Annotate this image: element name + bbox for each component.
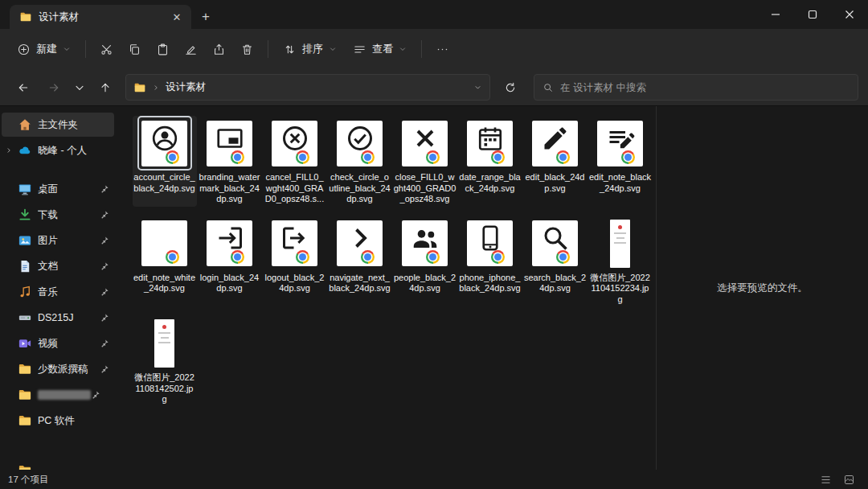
paste-button[interactable] bbox=[149, 35, 176, 63]
share-button[interactable] bbox=[206, 35, 232, 63]
file-list-area: account_circle_black_24dp.svgbranding_wa… bbox=[121, 106, 656, 470]
sidebar-item-label: PC 软件 bbox=[38, 414, 111, 428]
ellipsis-icon bbox=[436, 43, 449, 56]
file-name: 微信图片_20221104152234.jpg bbox=[589, 273, 652, 306]
forward-button[interactable] bbox=[40, 75, 68, 101]
file-item[interactable]: branding_watermark_black_24dp.svg bbox=[198, 116, 262, 207]
file-item[interactable]: close_FILL0_wght400_GRAD0_opsz48.svg bbox=[393, 116, 457, 207]
large-icons-view-icon[interactable] bbox=[843, 474, 855, 486]
navigation-pane: 主文件夹晓峰 - 个人桌面下载图片文档音乐DS215J视频少数派撰稿PC 软件 bbox=[0, 106, 121, 470]
file-name: 微信图片_20221108142502.jpg bbox=[133, 372, 196, 405]
sidebar-item[interactable]: 图片 bbox=[2, 228, 114, 253]
trash-icon bbox=[240, 43, 254, 56]
back-button[interactable] bbox=[10, 75, 37, 101]
cut-button[interactable] bbox=[93, 35, 120, 63]
sidebar-item[interactable]: 主文件夹 bbox=[2, 113, 114, 137]
file-name: edit_note_white_24dp.svg bbox=[133, 273, 196, 294]
maximize-button[interactable] bbox=[794, 0, 831, 29]
file-item[interactable]: account_circle_black_24dp.svg bbox=[133, 116, 197, 207]
file-item[interactable]: 微信图片_20221104152234.jpg bbox=[588, 216, 653, 307]
file-thumbnail bbox=[139, 218, 190, 269]
up-button[interactable] bbox=[92, 75, 119, 101]
new-tab-button[interactable]: + bbox=[194, 6, 217, 28]
file-thumbnail bbox=[139, 117, 190, 169]
breadcrumb[interactable]: 设计素材 bbox=[125, 74, 490, 101]
sidebar-item[interactable]: 少数派撰稿 bbox=[2, 357, 114, 381]
sidebar-item[interactable]: 桌面 bbox=[2, 177, 114, 201]
sidebar-item[interactable]: 文档 bbox=[2, 254, 114, 278]
file-item[interactable]: 微信图片_20221108142502.jpg bbox=[133, 316, 197, 407]
toolbar-separator bbox=[421, 40, 422, 58]
file-item[interactable]: people_black_24dp.svg bbox=[393, 216, 457, 307]
chrome-logo-icon bbox=[556, 150, 570, 164]
cut-icon bbox=[100, 43, 113, 56]
preview-placeholder-text: 选择要预览的文件。 bbox=[717, 281, 808, 295]
window-body: 主文件夹晓峰 - 个人桌面下载图片文档音乐DS215J视频少数派撰稿PC 软件 … bbox=[0, 106, 868, 470]
file-item[interactable]: phone_iphone_black_24dp.svg bbox=[458, 216, 522, 307]
file-item[interactable]: edit_black_24dp.svg bbox=[523, 116, 588, 207]
sidebar-item[interactable]: 音乐 bbox=[2, 280, 114, 304]
details-view-icon[interactable] bbox=[820, 474, 832, 486]
copy-button[interactable] bbox=[121, 35, 148, 63]
check_circle_outline-glyph-icon bbox=[346, 124, 375, 153]
titlebar: 设计素材 ✕ + bbox=[0, 0, 868, 29]
file-item[interactable]: date_range_black_24dp.svg bbox=[458, 116, 522, 207]
breadcrumb-location[interactable]: 设计素材 bbox=[166, 80, 206, 94]
pin-icon bbox=[100, 184, 111, 194]
sidebar-item[interactable]: 晓峰 - 个人 bbox=[2, 138, 114, 162]
more-options-button[interactable] bbox=[429, 35, 456, 63]
sidebar-item-label: 图片 bbox=[38, 234, 100, 248]
new-button[interactable]: 新建 bbox=[10, 35, 78, 63]
chrome-logo-icon bbox=[426, 150, 440, 164]
refresh-button[interactable] bbox=[497, 75, 524, 101]
tab-title: 设计素材 bbox=[39, 10, 162, 24]
file-item[interactable]: logout_black_24dp.svg bbox=[263, 216, 327, 307]
rename-button[interactable] bbox=[178, 35, 204, 63]
sidebar-item[interactable] bbox=[2, 458, 114, 470]
search-input[interactable] bbox=[560, 82, 850, 93]
file-item[interactable]: navigate_next_black_24dp.svg bbox=[328, 216, 392, 307]
view-button[interactable]: 查看 bbox=[346, 35, 414, 63]
home-icon bbox=[18, 117, 34, 132]
file-item[interactable]: login_black_24dp.svg bbox=[198, 216, 262, 307]
phone_iphone-glyph-icon bbox=[476, 224, 505, 253]
file-item[interactable]: search_black_24dp.svg bbox=[523, 216, 588, 307]
file-item[interactable]: edit_note_black_24dp.svg bbox=[588, 116, 653, 207]
sidebar-item[interactable]: DS215J bbox=[2, 306, 114, 330]
delete-button[interactable] bbox=[234, 35, 260, 63]
sidebar-item[interactable] bbox=[2, 383, 114, 407]
folder-icon bbox=[18, 362, 34, 376]
tab-close-icon[interactable]: ✕ bbox=[169, 9, 185, 25]
desktop-icon bbox=[18, 182, 34, 196]
chrome-logo-icon bbox=[491, 250, 505, 264]
address-dropdown-chevron[interactable] bbox=[473, 80, 482, 95]
chrome-logo-icon bbox=[166, 150, 179, 164]
sidebar-item-label: 少数派撰稿 bbox=[38, 363, 100, 376]
sidebar-item-label: 桌面 bbox=[38, 183, 100, 196]
file-item[interactable]: edit_note_white_24dp.svg bbox=[133, 216, 197, 307]
explorer-tab[interactable]: 设计素材 ✕ bbox=[10, 5, 191, 29]
file-grid: account_circle_black_24dp.svgbranding_wa… bbox=[132, 116, 656, 407]
minimize-button[interactable] bbox=[757, 0, 794, 29]
chrome-logo-icon bbox=[361, 250, 375, 264]
pin-icon bbox=[100, 339, 111, 348]
edit-glyph-icon bbox=[541, 124, 570, 153]
photo-preview bbox=[154, 319, 174, 368]
file-thumbnail bbox=[204, 218, 256, 269]
close-button[interactable] bbox=[831, 0, 868, 29]
expander-chevron-icon[interactable] bbox=[5, 146, 16, 154]
sidebar-item[interactable]: PC 软件 bbox=[2, 409, 114, 433]
pin-icon bbox=[100, 210, 111, 220]
file-item[interactable]: cancel_FILL0_wght400_GRAD0_opsz48.s... bbox=[263, 116, 327, 207]
sidebar-item[interactable]: 下载 bbox=[2, 203, 114, 227]
search-box[interactable] bbox=[534, 74, 858, 101]
rename-icon bbox=[184, 43, 198, 56]
recent-locations-chevron[interactable] bbox=[71, 75, 88, 101]
chrome-logo-icon bbox=[296, 250, 309, 264]
file-item[interactable]: check_circle_outline_black_24dp.svg bbox=[328, 116, 392, 207]
file-thumbnail bbox=[465, 218, 516, 269]
sort-button[interactable]: 排序 bbox=[276, 35, 344, 63]
photo-preview bbox=[610, 220, 630, 268]
chevron-down-icon bbox=[63, 43, 71, 55]
sidebar-item[interactable]: 视频 bbox=[2, 331, 114, 355]
